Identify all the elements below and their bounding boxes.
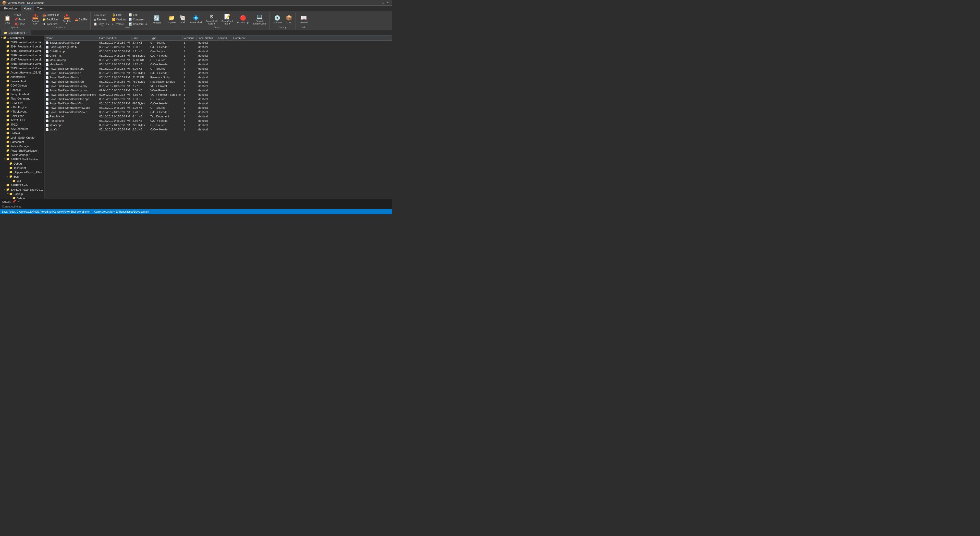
tree-item[interactable]: 📁HelpExport xyxy=(0,114,45,118)
erase-button[interactable]: ❌ Erase xyxy=(13,22,26,26)
tab-close-button[interactable]: ✕ xyxy=(26,32,28,34)
tree-item[interactable]: 📁Policy Manager xyxy=(0,144,45,148)
refresh-button[interactable]: 🔄 Refresh xyxy=(151,13,162,26)
file-row[interactable]: 📄 ReadMe.txt 05/18/2012 04:50:58 PM 6.41… xyxy=(45,115,392,119)
col-header-date[interactable]: Date modified xyxy=(98,35,131,40)
tree-item[interactable]: ▼📁SAPIEN.PowerShell.Console xyxy=(0,187,45,192)
get-folder-button[interactable]: 📁 Get Folder xyxy=(41,17,60,22)
file-row[interactable]: 📄 MainFrm.cpp 05/18/2012 04:50:58 PM 17.… xyxy=(45,58,392,62)
manual-button[interactable]: 📖 Manual xyxy=(298,13,309,26)
tree-item[interactable]: 📁2015 Products and versions xyxy=(0,48,45,53)
get-file-button[interactable]: 📥 Get File▾ xyxy=(61,13,73,26)
tree-item[interactable]: 📁2017 Products and versions xyxy=(0,57,45,62)
sidebar[interactable]: ▼📁Development📁2013 Products and versions… xyxy=(0,35,45,199)
file-row[interactable]: 📄 PowerShell WorkBench.reg 05/18/2012 04… xyxy=(45,80,392,84)
output-close-icon[interactable]: ✕ xyxy=(18,200,20,203)
file-row[interactable]: 📄 ChildFrm.cpp 05/18/2012 04:50:58 PM 1.… xyxy=(45,49,392,54)
output-pin-icon[interactable]: 📌 xyxy=(13,200,16,203)
file-row[interactable]: 📄 PowerShell WorkBench.vcproj 05/18/2012… xyxy=(45,84,392,88)
compare-to-button[interactable]: 📊 Compare To... xyxy=(127,22,150,26)
powershell-button[interactable]: 💠 PowerShell xyxy=(188,13,204,26)
compare-button[interactable]: 📊 Compare xyxy=(127,17,150,22)
file-row[interactable]: 📄 PowerShell WorkBenchView.h 05/18/2012 … xyxy=(45,110,392,115)
tree-item[interactable]: 📁ProfileManager xyxy=(0,153,45,157)
shell-button[interactable]: 🐚 Shell xyxy=(178,13,188,26)
tree-item[interactable]: 📁2018 Products and versions xyxy=(0,62,45,66)
tab-repository[interactable]: Repository xyxy=(1,6,21,11)
tree-item[interactable]: 📁TestClient xyxy=(0,165,45,170)
powershell-core-button[interactable]: ⚙ PowerShellCore ▾ xyxy=(204,13,220,26)
file-row[interactable]: 📄 stdafx.cpp 05/18/2012 04:50:58 PM 220 … xyxy=(45,123,392,127)
file-row[interactable]: 📄 PowerShell WorkBench.vcxproj.filters 0… xyxy=(45,93,392,97)
tree-item[interactable]: ▼📁SAPIEN Shell Service xyxy=(0,157,45,161)
tree-item[interactable]: ▼📁Backup xyxy=(0,192,45,196)
tree-item[interactable]: 📁INSTALLER xyxy=(0,118,45,122)
file-row[interactable]: 📄 PowerShell WorkBench.h 05/18/2012 04:5… xyxy=(45,71,392,75)
col-header-versions[interactable]: Versions xyxy=(183,35,197,40)
tree-item[interactable]: ▼📁ipch xyxy=(0,174,45,179)
tree-item[interactable]: 📁ListTest xyxy=(0,131,45,135)
file-row[interactable]: 📄 BackStagePageInfo.h 05/18/2012 04:50:5… xyxy=(45,45,392,49)
versions-button[interactable]: 🔀 Versions xyxy=(111,17,127,22)
zip-button[interactable]: 📦 ZIP xyxy=(284,13,294,26)
tree-item[interactable]: 📁_UpgradeReport_Files xyxy=(0,170,45,174)
tree-item[interactable]: 📁Console xyxy=(0,87,45,92)
tree-item[interactable]: 📁2014 Products and versions xyxy=(0,44,45,48)
close-button[interactable]: ✕ xyxy=(386,1,390,5)
file-row[interactable]: 📄 BackStagePageInfo.cpp 05/18/2012 04:50… xyxy=(45,41,392,45)
file-list-body[interactable]: 📄 BackStagePageInfo.cpp 05/18/2012 04:50… xyxy=(45,41,392,199)
tree-item[interactable]: 📁2013 Products and versions xyxy=(0,40,45,44)
file-row[interactable]: 📄 PowerShell WorkBench.rc 05/18/2012 04:… xyxy=(45,75,392,80)
tree-item[interactable]: 📁AdapterInfo xyxy=(0,75,45,79)
tree-item[interactable]: 📁Login Script Creator xyxy=(0,135,45,140)
primascript-button[interactable]: 🔴 PrimaScript xyxy=(235,13,251,26)
col-header-name[interactable]: Name xyxy=(45,35,98,40)
col-header-locked[interactable]: Locked xyxy=(217,35,232,40)
tree-item[interactable]: 📁Debug xyxy=(0,196,45,199)
tree-item[interactable]: 📁HTMLLayout xyxy=(0,109,45,114)
properties-button[interactable]: 🖼 Properties xyxy=(41,22,60,26)
paste-button[interactable]: 📌 Paste xyxy=(13,17,26,22)
col-header-comment[interactable]: Comment xyxy=(232,35,392,40)
powershell-ise-button[interactable]: 📝 PowerShellISE ▾ xyxy=(220,13,235,26)
lock-button[interactable]: 🔒 Lock xyxy=(111,13,127,17)
tree-item[interactable]: 📁KeyGenerator xyxy=(0,127,45,131)
tree-item[interactable]: 📁HTMLEngine xyxy=(0,105,45,109)
tree-item[interactable]: 📁EncryptionTest xyxy=(0,92,45,96)
tree-item[interactable]: 📁x64 xyxy=(0,179,45,183)
file-row[interactable]: 📄 ChildFrm.h 05/18/2012 04:50:58 PM 585 … xyxy=(45,54,392,58)
copy-button[interactable]: 📋 Copy xyxy=(3,13,13,26)
tree-item[interactable]: 📁BrowserTest xyxy=(0,79,45,83)
vscode-button[interactable]: 💻 VisualStudio Code xyxy=(251,13,268,26)
tree-item[interactable]: 📁2019 Products and Versions xyxy=(0,66,45,70)
tree-item[interactable]: ▼📁Development xyxy=(0,35,45,40)
tree-item[interactable]: 📁HSMLEv3 xyxy=(0,100,45,105)
file-row[interactable]: 📄 MainFrm.h 05/18/2012 04:50:59 PM 1.72 … xyxy=(45,62,392,67)
tree-item[interactable]: 📁ParserTest xyxy=(0,140,45,144)
tree-item[interactable]: 📁FlashCommand xyxy=(0,96,45,100)
file-row[interactable]: 📄 PowerShell WorkBench.cpp 05/18/2012 04… xyxy=(45,67,392,71)
submit-file-button[interactable]: 📤 Submit File xyxy=(41,13,60,17)
development-tab[interactable]: 📁 Development ✕ xyxy=(1,30,31,35)
remove-button[interactable]: 🗑 Remove xyxy=(92,17,110,22)
tree-item[interactable]: 📁SAPIEN Tools xyxy=(0,183,45,187)
col-header-size[interactable]: Size xyxy=(131,35,149,40)
explore-button[interactable]: 📁 Explore xyxy=(166,13,177,26)
get-file-small-button[interactable]: 📥 Get File xyxy=(73,17,89,22)
tree-item[interactable]: 📁Debug xyxy=(0,161,45,165)
col-header-local[interactable]: Local Status xyxy=(197,35,217,40)
tab-home[interactable]: Home xyxy=(21,6,34,11)
submit-all-button[interactable]: 📤 SubmitAll ▾ xyxy=(30,13,41,26)
tree-item[interactable]: 📁PowerShellApplication xyxy=(0,148,45,153)
tree-item[interactable]: 📁2016 Products and versions xyxy=(0,53,45,57)
tree-item[interactable]: 📁Acomn.Hawkeye.125.N2 xyxy=(0,70,45,75)
tab-tools[interactable]: Tools xyxy=(34,6,47,11)
rename-button[interactable]: ✏ Rename xyxy=(92,13,110,17)
file-row[interactable]: 📄 PowerShell WorkBenchView.cpp 05/18/201… xyxy=(45,106,392,110)
cut-button[interactable]: ✂ Cut xyxy=(13,13,26,17)
cddvd-button[interactable]: 💿 CD/DVD xyxy=(271,13,284,26)
minimize-button[interactable]: ─ xyxy=(377,1,381,5)
copy-to-button[interactable]: 📋 Copy To ▾ xyxy=(92,22,110,26)
restore-button[interactable]: ↩ Restore xyxy=(111,22,127,26)
file-row[interactable]: 📄 Resource.h 05/18/2012 04:50:59 PM 2.56… xyxy=(45,119,392,123)
